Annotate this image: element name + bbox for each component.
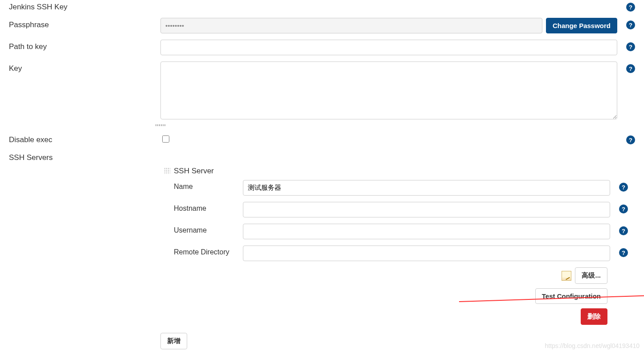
- passphrase-input[interactable]: [160, 18, 542, 33]
- label-username: Username: [174, 224, 243, 234]
- help-icon-remote-directory[interactable]: ?: [619, 248, 628, 257]
- help-icon-username[interactable]: ?: [619, 226, 628, 235]
- server-username-input[interactable]: [243, 224, 610, 239]
- advanced-button[interactable]: 高级...: [575, 267, 607, 284]
- change-password-button[interactable]: Change Password: [546, 18, 617, 33]
- label-name: Name: [174, 180, 243, 191]
- label-path-to-key: Path to key: [9, 40, 160, 51]
- label-key: Key: [9, 61, 160, 73]
- add-button[interactable]: 新增: [160, 333, 187, 349]
- label-remote-directory: Remote Directory: [174, 246, 243, 256]
- disable-exec-checkbox[interactable]: [162, 135, 169, 143]
- help-icon-disable-exec[interactable]: ?: [626, 135, 635, 144]
- help-icon-section[interactable]: ?: [626, 3, 635, 12]
- server-hostname-input[interactable]: [243, 202, 610, 217]
- help-icon-hostname[interactable]: ?: [619, 205, 628, 213]
- path-to-key-input[interactable]: [160, 40, 617, 55]
- section-title: Jenkins SSH Key: [9, 0, 160, 12]
- server-name-input[interactable]: [243, 180, 610, 196]
- label-passphrase: Passphrase: [9, 18, 160, 29]
- help-icon-path[interactable]: ?: [626, 42, 635, 51]
- watermark-text: https://blog.csdn.net/wgl04193410: [545, 342, 640, 349]
- label-disable-exec: Disable exec: [9, 133, 160, 144]
- help-icon-passphrase[interactable]: ?: [626, 20, 635, 29]
- notepad-icon: [562, 271, 571, 281]
- key-textarea[interactable]: [160, 61, 617, 119]
- help-icon-name[interactable]: ?: [619, 183, 628, 192]
- drag-handle-icon[interactable]: [164, 168, 170, 174]
- label-ssh-servers: SSH Servers: [9, 151, 160, 162]
- delete-button[interactable]: 删除: [581, 308, 607, 325]
- label-hostname: Hostname: [174, 202, 243, 213]
- server-remote-directory-input[interactable]: [243, 246, 610, 261]
- help-icon-key[interactable]: ?: [626, 64, 635, 73]
- ssh-server-heading: SSH Server: [174, 165, 635, 180]
- test-configuration-button[interactable]: Test Configuration: [535, 288, 607, 304]
